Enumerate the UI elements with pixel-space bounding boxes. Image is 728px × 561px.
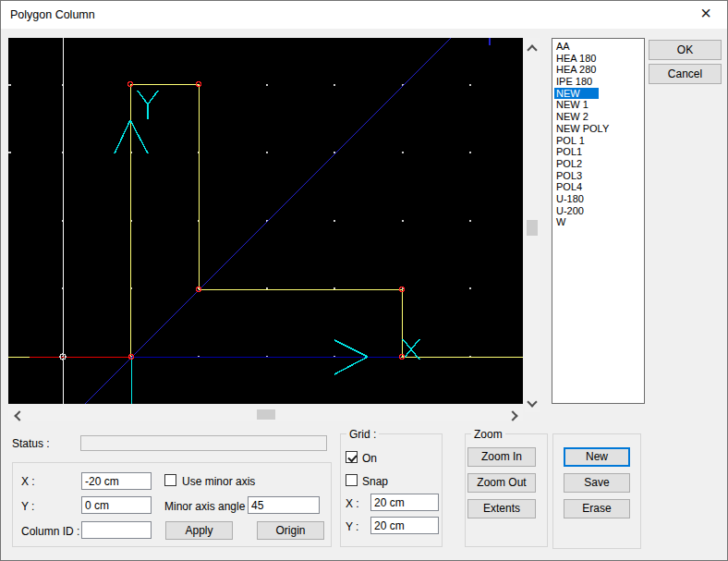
horizontal-scroll-thumb[interactable] xyxy=(257,409,275,420)
section-listbox[interactable]: AAHEA 180HEA 280IPE 180NEWNEW 1NEW 2NEW … xyxy=(552,38,645,404)
new-button[interactable]: New xyxy=(564,447,630,467)
y-input[interactable] xyxy=(81,496,152,514)
grid-snap-checkbox[interactable] xyxy=(346,474,358,486)
grid-dot xyxy=(402,220,404,222)
ok-button[interactable]: OK xyxy=(649,40,722,60)
zoom-extents-button[interactable]: Extents xyxy=(467,499,536,518)
grid-y-label: Y : xyxy=(346,520,358,533)
apply-button[interactable]: Apply xyxy=(165,521,233,540)
list-item[interactable]: POL2 xyxy=(552,158,644,170)
dialog-title: Polygon Column xyxy=(10,1,95,29)
list-item[interactable]: HEA 180 xyxy=(552,53,644,65)
erase-button[interactable]: Erase xyxy=(564,499,630,518)
use-minor-axis-label: Use minor axis xyxy=(182,475,255,488)
vertical-scroll-thumb[interactable] xyxy=(527,220,538,236)
polygon-column-dialog: Polygon Column × AAHEA 180HEA 280IPE 180… xyxy=(0,0,728,561)
column-id-input[interactable] xyxy=(81,521,152,539)
drawing-canvas[interactable] xyxy=(8,38,523,404)
list-item[interactable]: NEW POLY xyxy=(552,123,644,135)
grid-dot xyxy=(469,84,471,86)
grid-dot xyxy=(469,152,471,153)
use-minor-axis-checkbox[interactable] xyxy=(164,474,176,486)
x-label: X : xyxy=(21,475,35,488)
grid-dot xyxy=(402,152,404,153)
column-id-label: Column ID : xyxy=(21,525,79,538)
y-label: Y : xyxy=(21,500,34,513)
grid-x-input[interactable] xyxy=(370,494,439,511)
list-item[interactable]: AA xyxy=(552,41,644,53)
origin-button[interactable]: Origin xyxy=(257,521,324,540)
grid-dot xyxy=(469,287,471,289)
close-icon: × xyxy=(700,3,711,23)
grid-on-label: On xyxy=(362,452,377,465)
grid-y-input[interactable] xyxy=(370,517,439,534)
list-item[interactable]: NEW xyxy=(552,88,644,100)
titlebar: Polygon Column × xyxy=(1,1,727,29)
grid-group-title: Grid : xyxy=(346,428,379,441)
status-box xyxy=(80,435,327,451)
zoom-in-button[interactable]: Zoom In xyxy=(467,447,536,467)
list-item[interactable]: U-200 xyxy=(552,205,644,217)
list-item[interactable]: U-180 xyxy=(552,193,644,205)
grid-on-checkbox[interactable] xyxy=(346,451,358,463)
grid-dot xyxy=(334,220,335,222)
grid-dot xyxy=(334,84,335,86)
list-item[interactable]: POL3 xyxy=(552,170,644,182)
x-input[interactable] xyxy=(81,472,152,490)
cancel-button[interactable]: Cancel xyxy=(649,64,722,84)
zoom-group-title: Zoom xyxy=(471,428,505,441)
list-item[interactable]: POL4 xyxy=(552,181,644,193)
minor-axis-angle-label: Minor axis angle : xyxy=(164,500,251,513)
grid-dot xyxy=(266,152,268,153)
list-item[interactable]: HEA 280 xyxy=(552,64,644,76)
grid-x-label: X : xyxy=(346,497,359,510)
minor-axis-angle-input[interactable] xyxy=(248,496,320,514)
list-item[interactable]: NEW 1 xyxy=(552,99,644,111)
grid-dot xyxy=(266,84,268,86)
status-label: Status : xyxy=(12,437,50,450)
zoom-out-button[interactable]: Zoom Out xyxy=(467,473,536,493)
list-item[interactable]: NEW 2 xyxy=(552,111,644,123)
grid-snap-label: Snap xyxy=(362,475,388,488)
list-item[interactable]: IPE 180 xyxy=(552,76,644,88)
list-item[interactable]: POL 1 xyxy=(552,135,644,147)
list-item[interactable]: POL1 xyxy=(552,146,644,158)
list-item[interactable]: W xyxy=(552,216,644,228)
save-button[interactable]: Save xyxy=(564,473,630,493)
close-button[interactable]: × xyxy=(689,1,722,29)
canvas-background xyxy=(8,38,523,404)
grid-dot xyxy=(469,220,471,222)
